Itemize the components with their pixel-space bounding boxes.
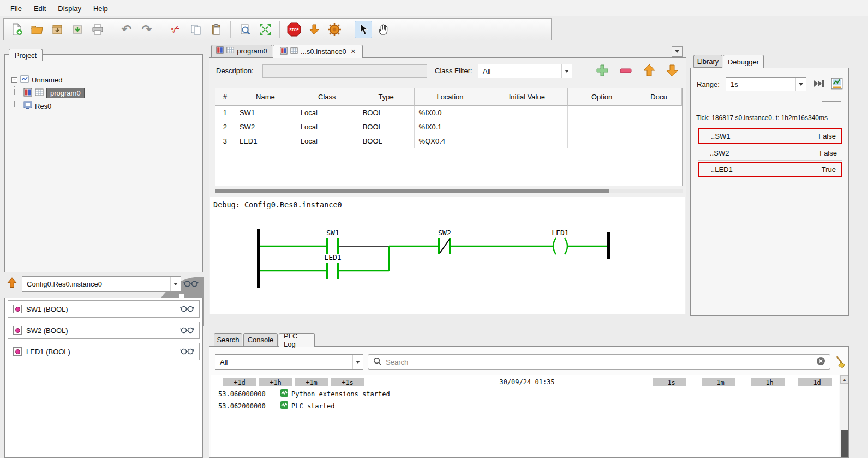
cell-name[interactable]: SW1 bbox=[235, 106, 296, 120]
cell-class[interactable]: Local bbox=[296, 134, 358, 148]
class-filter-select[interactable]: All bbox=[478, 64, 572, 78]
transfer-program-icon[interactable] bbox=[306, 21, 323, 38]
instance-path-select[interactable]: Config0.Res0.instance0 bbox=[22, 276, 181, 292]
menu-edit[interactable]: Edit bbox=[28, 2, 52, 15]
close-icon[interactable]: ✕ bbox=[351, 48, 356, 55]
move-down-button[interactable] bbox=[664, 62, 680, 79]
watch-glasses-icon[interactable] bbox=[180, 305, 194, 314]
table-row[interactable]: 3 LED1 Local BOOL %QX0.4 bbox=[215, 134, 682, 148]
log-level-filter[interactable]: All bbox=[215, 354, 363, 370]
coil-led1[interactable]: LED1 bbox=[552, 229, 568, 254]
horizontal-scrollbar[interactable] bbox=[215, 189, 683, 193]
tab-instance0[interactable]: ...s0.instance0 ✕ bbox=[273, 45, 363, 58]
contact-sw2-negated[interactable]: SW2 bbox=[438, 229, 451, 254]
cut-icon[interactable]: ✂ bbox=[167, 21, 184, 38]
description-input[interactable] bbox=[262, 64, 427, 78]
cell-name[interactable]: LED1 bbox=[235, 134, 296, 148]
time-minus-1s-button[interactable]: -1s bbox=[653, 378, 686, 386]
menu-help[interactable]: Help bbox=[87, 2, 114, 15]
undo-icon[interactable]: ↶ bbox=[118, 21, 135, 38]
column-header[interactable]: Name bbox=[235, 88, 296, 106]
collapse-icon[interactable]: − bbox=[11, 77, 17, 83]
variable-row-sw2[interactable]: SW2 (BOOL) bbox=[8, 322, 200, 339]
contact-sw1[interactable]: SW1 bbox=[326, 229, 339, 254]
new-file-icon[interactable] bbox=[8, 21, 26, 38]
tab-list-button[interactable] bbox=[672, 46, 683, 57]
watch-row-sw1[interactable]: ..SW1 False bbox=[698, 128, 842, 144]
table-row[interactable]: 1 SW1 Local BOOL %IX0.0 bbox=[215, 106, 682, 120]
column-header[interactable]: Option bbox=[568, 88, 636, 106]
cell-initial[interactable] bbox=[486, 106, 568, 120]
redo-icon[interactable]: ↷ bbox=[138, 21, 155, 38]
save-as-icon[interactable] bbox=[69, 21, 86, 38]
move-up-button[interactable] bbox=[641, 62, 657, 79]
splitter-grip[interactable] bbox=[822, 101, 841, 102]
time-minus-1h-button[interactable]: -1h bbox=[751, 378, 785, 386]
cell-option[interactable] bbox=[568, 134, 636, 148]
cell-doc[interactable] bbox=[636, 120, 682, 134]
paste-icon[interactable] bbox=[207, 21, 225, 38]
clean-log-broom-icon[interactable] bbox=[835, 355, 847, 371]
run-plc-icon[interactable] bbox=[326, 21, 343, 38]
print-icon[interactable] bbox=[89, 21, 106, 38]
cell-type[interactable]: BOOL bbox=[358, 134, 415, 148]
cell-class[interactable]: Local bbox=[296, 106, 358, 120]
watch-glasses-icon[interactable] bbox=[183, 279, 199, 289]
tab-debugger[interactable]: Debugger bbox=[723, 55, 764, 68]
chevron-down-icon[interactable] bbox=[170, 277, 181, 291]
variable-row-sw1[interactable]: SW1 (BOOL) bbox=[8, 300, 200, 318]
time-minus-1m-button[interactable]: -1m bbox=[702, 378, 735, 386]
search-in-project-icon[interactable] bbox=[236, 21, 254, 38]
go-to-current-tick-icon[interactable] bbox=[813, 79, 825, 90]
menu-display[interactable]: Display bbox=[52, 2, 87, 15]
cell-type[interactable]: BOOL bbox=[358, 120, 415, 134]
tab-program0[interactable]: program0 bbox=[211, 45, 272, 57]
cell-location[interactable]: %IX0.0 bbox=[415, 106, 487, 120]
parent-instance-icon[interactable] bbox=[5, 277, 19, 292]
contact-led1-parallel[interactable]: LED1 bbox=[324, 253, 341, 279]
watch-glasses-icon[interactable] bbox=[180, 326, 194, 335]
time-plus-1h-button[interactable]: +1h bbox=[259, 378, 292, 386]
export-graph-icon[interactable] bbox=[830, 77, 843, 92]
range-select[interactable]: 1s bbox=[726, 77, 806, 91]
pan-tool-icon[interactable] bbox=[375, 21, 392, 38]
stop-plc-icon[interactable]: STOP bbox=[285, 21, 303, 38]
cell-option[interactable] bbox=[568, 106, 636, 120]
tab-plc-log[interactable]: PLC Log bbox=[279, 333, 315, 347]
menu-file[interactable]: File bbox=[4, 2, 28, 15]
cell-doc[interactable] bbox=[636, 134, 682, 148]
time-plus-1m-button[interactable]: +1m bbox=[295, 378, 328, 386]
tab-library[interactable]: Library bbox=[693, 55, 722, 68]
select-tool-icon[interactable] bbox=[355, 21, 372, 38]
clear-search-icon[interactable] bbox=[816, 356, 825, 367]
search-input[interactable] bbox=[386, 358, 812, 366]
scroll-up-arrow-icon[interactable]: ▲ bbox=[840, 375, 849, 384]
column-header[interactable]: Initial Value bbox=[486, 88, 568, 106]
cell-type[interactable]: BOOL bbox=[358, 106, 415, 120]
tree-item-root[interactable]: − Unnamed bbox=[11, 73, 85, 86]
time-plus-1s-button[interactable]: +1s bbox=[331, 378, 364, 386]
column-header[interactable]: Class bbox=[296, 88, 358, 106]
column-header[interactable]: Type bbox=[358, 88, 415, 106]
time-plus-1d-button[interactable]: +1d bbox=[223, 378, 256, 386]
scrollbar-thumb[interactable] bbox=[841, 430, 848, 457]
save-icon[interactable] bbox=[49, 21, 66, 38]
chevron-down-icon[interactable] bbox=[352, 355, 363, 369]
column-header[interactable]: Location bbox=[415, 88, 487, 106]
add-variable-button[interactable] bbox=[594, 62, 610, 79]
table-row[interactable]: 2 SW2 Local BOOL %IX0.1 bbox=[215, 120, 682, 134]
watch-glasses-icon[interactable] bbox=[180, 347, 194, 356]
scrollbar-thumb[interactable] bbox=[215, 189, 609, 193]
tab-search[interactable]: Search bbox=[214, 333, 242, 346]
column-header[interactable]: Docu bbox=[636, 88, 682, 106]
remove-variable-button[interactable] bbox=[618, 62, 634, 79]
fit-zoom-icon[interactable] bbox=[256, 21, 274, 38]
chevron-down-icon[interactable] bbox=[561, 64, 572, 78]
ladder-debug-view[interactable]: SW1 SW2 LED1 LED1 bbox=[210, 197, 685, 314]
cell-location[interactable]: %QX0.4 bbox=[415, 134, 487, 148]
cell-initial[interactable] bbox=[486, 134, 568, 148]
column-header[interactable]: # bbox=[215, 88, 235, 106]
tab-console[interactable]: Console bbox=[243, 333, 278, 346]
cell-location[interactable]: %IX0.1 bbox=[415, 120, 487, 134]
cell-name[interactable]: SW2 bbox=[235, 120, 296, 134]
